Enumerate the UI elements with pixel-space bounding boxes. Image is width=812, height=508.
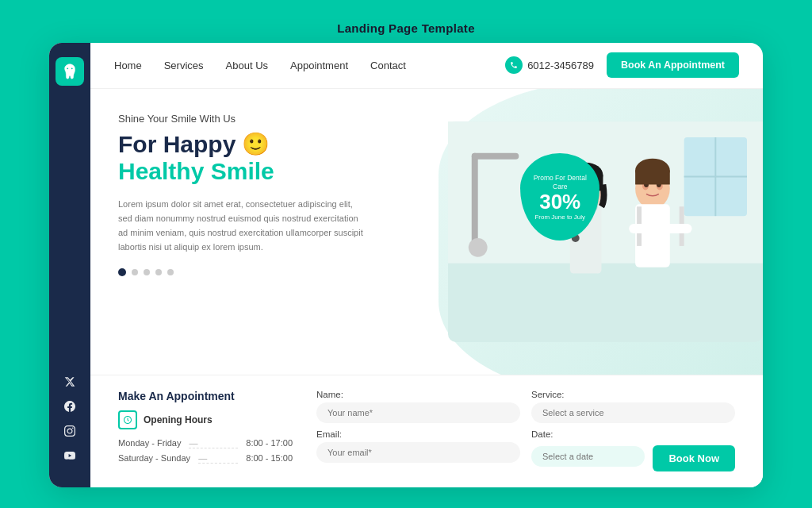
hero-right: Promo For Dental Care 30% From June to J…: [413, 89, 763, 375]
name-label: Name:: [316, 390, 520, 399]
promo-date: From June to July: [534, 214, 585, 221]
hero-title-green: Healthy Smile: [118, 158, 414, 186]
weekend-label: Saturday - Sunday: [118, 453, 190, 463]
appointment-form: Name: Service: Email: Date:: [316, 390, 735, 471]
book-now-button[interactable]: Book Now: [653, 445, 735, 471]
hours-dash-1: —: [189, 438, 238, 448]
nav-appointment[interactable]: Appointment: [290, 60, 348, 71]
dot-2[interactable]: [132, 269, 138, 275]
email-label: Email:: [316, 429, 520, 439]
phone-number: 6012-3456789: [527, 60, 594, 71]
dot-3[interactable]: [144, 269, 150, 275]
twitter-icon[interactable]: [64, 376, 75, 390]
phone-icon: [505, 56, 523, 74]
date-label: Date:: [531, 429, 735, 439]
promo-label: Promo For Dental Care: [528, 174, 592, 191]
hero-subtitle: Shine Your Smile With Us: [118, 113, 414, 125]
appointment-left: Make An Appointment Opening Hours Monday…: [118, 390, 293, 466]
form-row-1: Name: Service:: [316, 390, 735, 423]
hero-section: Shine Your Smile With Us For Happy 🙂 Hea…: [90, 89, 763, 375]
instagram-icon[interactable]: [64, 425, 75, 439]
hours-row-weekend: Saturday - Sunday — 8:00 - 15:00: [118, 451, 293, 466]
main-content: Home Services About Us Appointment Conta…: [90, 43, 763, 487]
book-appointment-button[interactable]: Book An Appointment: [607, 52, 739, 78]
svg-rect-8: [472, 152, 519, 159]
svg-rect-14: [629, 224, 691, 233]
appointment-section: Make An Appointment Opening Hours Monday…: [90, 375, 763, 487]
hero-description: Lorem ipsum dolor sit amet erat, consect…: [118, 197, 364, 255]
name-input[interactable]: [316, 402, 520, 423]
service-label: Service:: [531, 390, 735, 399]
svg-rect-20: [635, 170, 670, 184]
social-icons: [64, 376, 75, 487]
svg-point-0: [67, 67, 68, 69]
sidebar: [49, 43, 90, 487]
navbar: Home Services About Us Appointment Conta…: [90, 43, 763, 89]
nav-home[interactable]: Home: [114, 60, 142, 71]
nav-contact[interactable]: Contact: [370, 60, 406, 71]
dot-4[interactable]: [155, 269, 162, 275]
form-row-2: Email: Date: Book Now: [316, 429, 735, 471]
weekend-time: 8:00 - 15:00: [246, 453, 293, 463]
promo-percent: 30%: [539, 191, 580, 212]
nav-about[interactable]: About Us: [226, 60, 268, 71]
hours-dash-2: —: [198, 453, 238, 464]
appointment-title: Make An Appointment: [118, 390, 293, 402]
opening-hours-label: Opening Hours: [144, 414, 213, 425]
facebook-icon[interactable]: [64, 401, 75, 414]
svg-rect-7: [472, 152, 478, 247]
date-group: Date: Book Now: [531, 429, 735, 471]
hours-row-weekday: Monday - Friday — 8:00 - 17:00: [118, 436, 293, 451]
opening-hours-header: Opening Hours: [118, 410, 293, 429]
nav-links: Home Services About Us Appointment Conta…: [114, 60, 505, 71]
page-outer-title: Landing Page Template: [337, 21, 475, 35]
page-wrapper: Home Services About Us Appointment Conta…: [49, 43, 763, 487]
email-input[interactable]: [316, 442, 520, 463]
email-group: Email:: [316, 429, 520, 471]
nav-phone: 6012-3456789: [505, 56, 594, 74]
dot-5[interactable]: [167, 269, 174, 275]
smile-emoji: 🙂: [242, 131, 270, 157]
doctors-illustration: [448, 89, 763, 375]
hero-dots: [118, 268, 414, 276]
weekday-time: 8:00 - 17:00: [246, 438, 293, 448]
service-group: Service:: [531, 390, 735, 423]
hero-title-black: For Happy: [118, 131, 236, 159]
sidebar-logo: [56, 57, 84, 86]
youtube-icon[interactable]: [64, 450, 75, 464]
weekday-label: Monday - Friday: [118, 438, 181, 448]
svg-point-1: [71, 67, 73, 69]
clock-icon: [118, 410, 137, 429]
date-input[interactable]: [531, 446, 645, 467]
service-input[interactable]: [531, 402, 735, 423]
svg-point-9: [469, 237, 488, 256]
nav-services[interactable]: Services: [164, 60, 204, 71]
hero-image-container: Promo For Dental Care 30% From June to J…: [413, 89, 763, 375]
name-group: Name:: [316, 390, 520, 423]
hero-left: Shine Your Smile With Us For Happy 🙂 Hea…: [118, 113, 414, 359]
hero-title-row1: For Happy 🙂: [118, 131, 414, 159]
dot-1[interactable]: [118, 268, 126, 276]
